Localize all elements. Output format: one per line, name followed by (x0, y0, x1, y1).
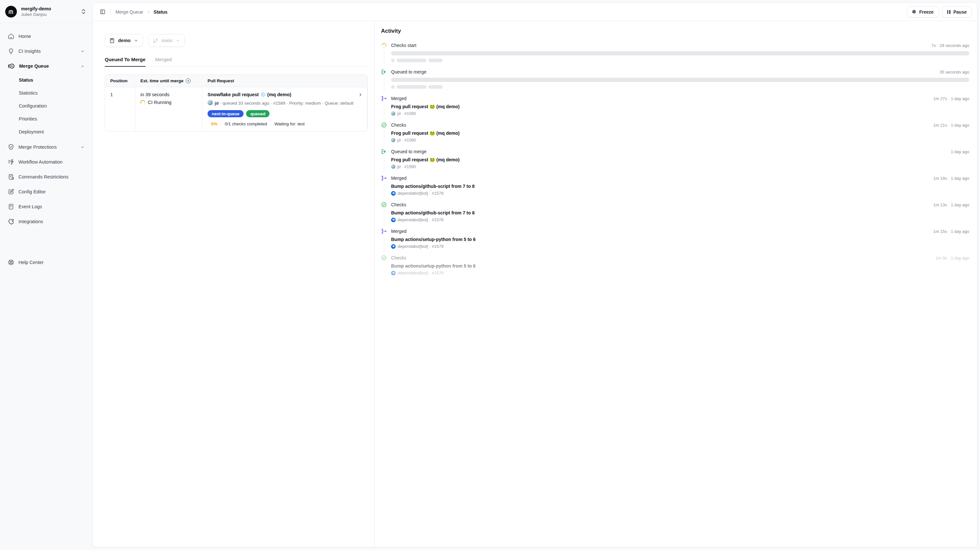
activity-event[interactable]: Checks 1m 21s · 1 day ago Frog pull requ… (381, 122, 490, 149)
table-row[interactable]: 1 in 39 seconds CI Running Snowflake pul… (105, 87, 368, 131)
activity-panel: Activity Checks start 7s · 29 seconds ag… (374, 21, 490, 275)
event-pr-title[interactable]: Frog pull request 🐸 (mq demo) (391, 130, 490, 136)
dependabot-icon (391, 191, 396, 196)
sidebar-item-merge-queue[interactable]: Merge Queue (4, 59, 89, 73)
activity-event[interactable]: Merged 1m 27s · 1 day ago Frog pull requ… (381, 95, 490, 122)
event-pr-title[interactable]: Bump actions/github-script from 7 to 8 (391, 183, 490, 189)
check-circle-icon (381, 255, 387, 261)
tab-queued-to-merge[interactable]: Queued To Merge (105, 57, 146, 67)
main-panel: Merge Queue Status ❄ Freeze Pause (92, 3, 490, 275)
activity-event[interactable]: Merged 1m 19s · 1 day ago Bump actions/g… (381, 175, 490, 202)
branch-value: main (162, 38, 172, 43)
file-text-icon (8, 203, 14, 210)
chevrons-up-down-icon[interactable] (80, 8, 87, 16)
puzzle-icon (8, 218, 14, 225)
activity-event[interactable]: Checks start 7s · 29 seconds ago (381, 43, 490, 69)
sidebar-toggle-icon[interactable] (98, 7, 107, 16)
event-pr-title[interactable]: Bump actions/github-script from 7 to 8 (391, 210, 490, 216)
topbar: Merge Queue Status ❄ Freeze Pause (93, 3, 490, 21)
pr-labels: next-in-queue queued (208, 110, 362, 117)
ci-running-spinner-icon (140, 100, 146, 106)
shield-check-icon (8, 144, 14, 150)
sidebar-item-priorities[interactable]: Priorities (4, 113, 89, 125)
pr-title[interactable]: Snowflake pull request ❄️ (mq demo) (208, 92, 362, 98)
tab-merged[interactable]: Merged (155, 57, 172, 67)
skeleton-bar (391, 51, 490, 55)
event-pr-title[interactable]: Bump actions/setup-python from 5 to 6 (391, 263, 490, 269)
sidebar-item-deployment[interactable]: Deployment (4, 125, 89, 138)
sidebar-item-ci-insights[interactable]: CI Insights (4, 44, 89, 59)
sidebar-item-event-logs[interactable]: Event Logs (4, 199, 89, 214)
dependabot-icon (391, 218, 396, 222)
merge-queue-icon (8, 63, 15, 69)
workflow-zap-icon (8, 159, 14, 165)
workspace-name: mergify-demo (21, 6, 76, 12)
sidebar-item-commands-restrictions[interactable]: Commands Restrictions (4, 170, 89, 184)
repository-value: demo (118, 38, 131, 43)
chevron-right-icon (146, 10, 151, 14)
sidebar-item-config-editor[interactable]: Config Editor (4, 184, 89, 199)
spinner-icon (381, 43, 387, 48)
queued-to-merge-icon (381, 69, 387, 75)
repository-book-icon (109, 38, 115, 43)
check-circle-icon (381, 202, 387, 208)
user-name: Julien Danjou (21, 12, 76, 17)
queue-table: Position Est. time until merge ? Pull Re… (105, 74, 368, 132)
repository-select[interactable]: demo (105, 34, 143, 47)
edit-pencil-icon (8, 189, 14, 195)
lightbulb-icon (8, 48, 14, 54)
queue-tabs: Queued To Merge Merged (105, 57, 368, 67)
table-header: Position Est. time until merge ? Pull Re… (105, 75, 368, 87)
sidebar-item-configuration[interactable]: Configuration (4, 100, 89, 113)
git-branch-icon (153, 38, 158, 43)
sidebar-item-merge-protections[interactable]: Merge Protections (4, 139, 89, 154)
column-position: Position (105, 75, 135, 87)
branch-select[interactable]: main (148, 34, 185, 47)
chevron-down-icon (80, 49, 84, 54)
breadcrumb-merge-queue[interactable]: Merge Queue (115, 10, 143, 14)
sidebar-item-status[interactable]: Status (4, 73, 89, 87)
git-merge-icon (381, 228, 387, 234)
activity-event[interactable]: Queued to merge 35 seconds ago (381, 69, 490, 95)
event-pr-title[interactable]: Frog pull request 🐸 (mq demo) (391, 157, 490, 163)
column-pull-request: Pull Request (202, 75, 368, 87)
dependabot-icon (391, 271, 396, 275)
sidebar-item-workflow-automation[interactable]: Workflow Automation (4, 154, 89, 170)
label-next-in-queue[interactable]: next-in-queue (208, 110, 243, 117)
merge-queue-subnav: Status Statistics Configuration Prioriti… (4, 73, 89, 139)
label-queued[interactable]: queued (246, 110, 269, 117)
skeleton-row (391, 59, 490, 62)
activity-event[interactable]: Merged 1m 15s · 1 day ago Bump actions/s… (381, 228, 490, 255)
queue-main-column: demo main Queued To Merge M (93, 21, 374, 275)
check-circle-icon (381, 122, 387, 128)
sidebar-item-statistics[interactable]: Statistics (4, 87, 89, 100)
dependabot-icon (391, 244, 396, 249)
chevron-right-icon[interactable] (358, 92, 363, 97)
sidebar-item-integrations[interactable]: Integrations (4, 214, 89, 229)
chevron-down-icon (176, 38, 180, 43)
sidebar-item-home[interactable]: Home (4, 29, 89, 44)
pull-request-cell: Snowflake pull request ❄️ (mq demo) jd ·… (202, 87, 368, 131)
sidebar-item-help-center[interactable]: Help Center (4, 255, 89, 270)
activity-title: Activity (381, 28, 490, 34)
git-merge-icon (381, 95, 387, 101)
activity-event[interactable]: Checks 1m 9s · 1 day ago Bump actions/se… (381, 255, 490, 275)
checks-summary: 0% · 0/1 checks completed · Waiting for:… (211, 122, 362, 126)
sidebar: mergify-demo Julien Danjou Home CI Insig… (0, 0, 92, 275)
git-merge-icon (381, 175, 387, 181)
event-pr-title[interactable]: Frog pull request 🐸 (mq demo) (391, 104, 490, 109)
activity-event[interactable]: Queued to merge 1 day ago Frog pull requ… (381, 149, 490, 175)
column-eta: Est. time until merge ? (135, 75, 202, 87)
position-cell: 1 (105, 87, 135, 131)
help-circle-icon[interactable]: ? (186, 78, 191, 83)
activity-event[interactable]: Checks 1m 13s · 1 day ago Bump actions/g… (381, 202, 490, 228)
breadcrumb: Merge Queue Status (115, 10, 167, 14)
pr-meta: jd · queued 33 seconds ago · #1589 · Pri… (208, 100, 357, 106)
mergify-logo (5, 6, 17, 17)
avatar (208, 100, 213, 105)
chevron-down-icon (134, 38, 138, 43)
event-pr-title[interactable]: Bump actions/setup-python from 5 to 6 (391, 236, 490, 242)
skeleton-bar (391, 78, 490, 82)
workspace-switcher[interactable]: mergify-demo Julien Danjou (0, 0, 92, 23)
chevron-up-icon (80, 64, 84, 68)
